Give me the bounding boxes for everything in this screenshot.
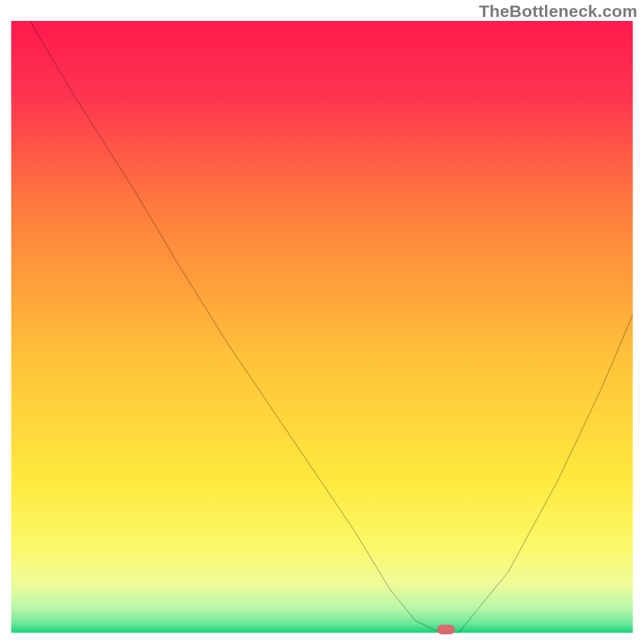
bottleneck-curve <box>11 21 633 633</box>
watermark-text: TheBottleneck.com <box>479 2 638 21</box>
plot-area <box>11 21 633 633</box>
optimum-marker <box>437 625 455 634</box>
